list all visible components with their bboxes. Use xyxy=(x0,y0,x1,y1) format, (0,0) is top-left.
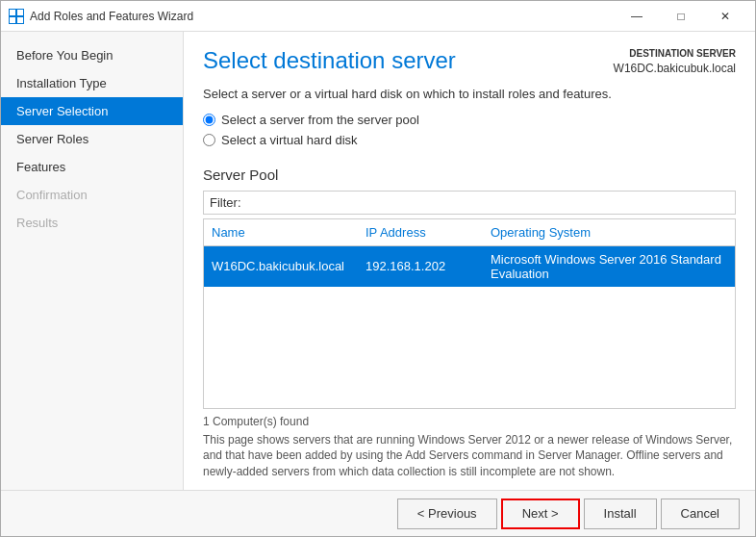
sidebar-item-server-roles[interactable]: Server Roles xyxy=(1,125,183,153)
radio-virtual-disk-label: Select a virtual hard disk xyxy=(221,133,358,147)
page-title: Select destination server xyxy=(203,47,456,74)
sidebar: Before You Begin Installation Type Serve… xyxy=(1,32,184,490)
maximize-button[interactable]: □ xyxy=(659,7,703,26)
cell-name: W16DC.bakicubuk.local xyxy=(204,257,358,275)
main-window: Add Roles and Features Wizard — □ ✕ Befo… xyxy=(0,0,756,537)
app-icon xyxy=(9,9,24,24)
destination-label: DESTINATION SERVER xyxy=(614,47,736,61)
title-bar: Add Roles and Features Wizard — □ ✕ xyxy=(1,1,755,32)
svg-rect-2 xyxy=(10,17,15,23)
window-title: Add Roles and Features Wizard xyxy=(30,10,615,23)
filter-input[interactable] xyxy=(249,195,730,210)
radio-server-pool-label: Select a server from the server pool xyxy=(221,113,419,127)
cancel-button[interactable]: Cancel xyxy=(661,499,740,529)
main-header: Select destination server DESTINATION SE… xyxy=(184,32,755,87)
table-row[interactable]: W16DC.bakicubuk.local 192.168.1.202 Micr… xyxy=(204,246,735,287)
install-button[interactable]: Install xyxy=(584,499,657,529)
server-pool-section: Server Pool Filter: Name IP Address Oper… xyxy=(203,166,736,480)
cell-os: Microsoft Windows Server 2016 Standard E… xyxy=(483,250,735,283)
cell-ip: 192.168.1.202 xyxy=(358,257,483,275)
radio-group: Select a server from the server pool Sel… xyxy=(203,113,736,153)
filter-row: Filter: xyxy=(203,191,736,215)
svg-rect-0 xyxy=(10,10,15,15)
minimize-button[interactable]: — xyxy=(615,7,659,26)
svg-rect-1 xyxy=(17,10,23,15)
sidebar-item-confirmation: Confirmation xyxy=(1,181,183,209)
found-text: 1 Computer(s) found xyxy=(203,415,736,428)
sidebar-item-results: Results xyxy=(1,209,183,237)
close-button[interactable]: ✕ xyxy=(703,7,747,26)
radio-server-pool[interactable]: Select a server from the server pool xyxy=(203,113,736,127)
svg-rect-3 xyxy=(17,17,23,23)
radio-virtual-disk[interactable]: Select a virtual hard disk xyxy=(203,133,736,147)
table-header: Name IP Address Operating System xyxy=(204,219,735,246)
next-button[interactable]: Next > xyxy=(501,499,580,529)
content-area: Before You Begin Installation Type Serve… xyxy=(1,32,755,490)
sidebar-item-before-you-begin[interactable]: Before You Begin xyxy=(1,41,183,69)
server-pool-title: Server Pool xyxy=(203,166,736,183)
table-body: W16DC.bakicubuk.local 192.168.1.202 Micr… xyxy=(204,246,735,408)
main-content: Select destination server DESTINATION SE… xyxy=(184,32,755,490)
col-header-name[interactable]: Name xyxy=(204,223,358,242)
info-text: This page shows servers that are running… xyxy=(203,432,736,480)
radio-server-pool-input[interactable] xyxy=(203,114,215,126)
destination-info: DESTINATION SERVER W16DC.bakicubuk.local xyxy=(614,47,736,77)
sidebar-item-server-selection[interactable]: Server Selection xyxy=(1,97,183,125)
destination-server-name: W16DC.bakicubuk.local xyxy=(614,61,736,77)
main-body: Select a server or a virtual hard disk o… xyxy=(184,87,755,490)
server-table: Name IP Address Operating System W16DC.b… xyxy=(203,218,736,409)
previous-button[interactable]: < Previous xyxy=(397,499,497,529)
col-header-os[interactable]: Operating System xyxy=(483,223,735,242)
sidebar-item-features[interactable]: Features xyxy=(1,153,183,181)
sidebar-item-installation-type[interactable]: Installation Type xyxy=(1,69,183,97)
intro-text: Select a server or a virtual hard disk o… xyxy=(203,87,736,101)
window-controls: — □ ✕ xyxy=(615,7,747,26)
col-header-ip[interactable]: IP Address xyxy=(358,223,483,242)
footer: < Previous Next > Install Cancel xyxy=(1,490,755,536)
radio-virtual-disk-input[interactable] xyxy=(203,134,215,146)
filter-label: Filter: xyxy=(210,195,241,210)
